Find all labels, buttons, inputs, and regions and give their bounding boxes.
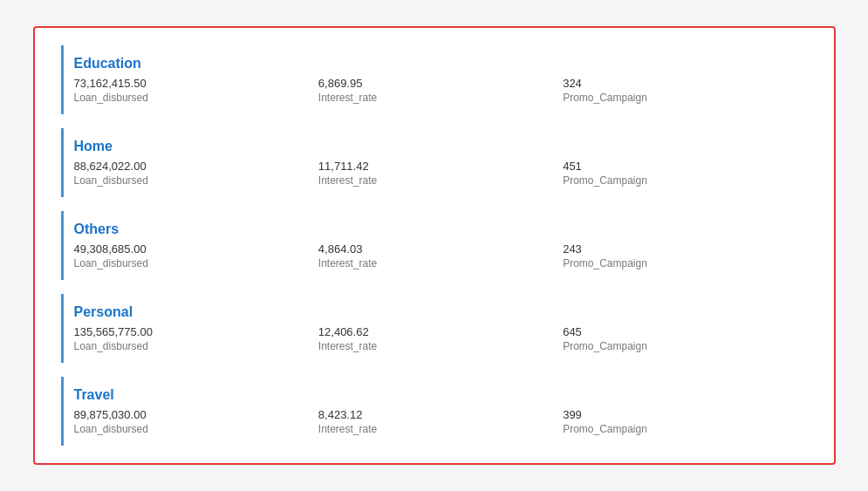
loan-disbursed-label: Loan_disbursed	[74, 257, 318, 269]
loan-summary-card: Education 73,162,415.50 Loan_disbursed 6…	[33, 26, 836, 465]
loan-disbursed-metric: 89,875,030.00 Loan_disbursed	[74, 408, 318, 435]
interest-rate-value: 6,869.95	[318, 77, 563, 90]
promo-campaign-label: Promo_Campaign	[563, 340, 807, 352]
loan-disbursed-value: 89,875,030.00	[74, 408, 318, 421]
loan-disbursed-value: 135,565,775.00	[74, 325, 318, 338]
promo-campaign-label: Promo_Campaign	[563, 174, 807, 187]
interest-rate-metric: 4,864.03 Interest_rate	[318, 242, 563, 269]
promo-campaign-value: 324	[563, 77, 807, 90]
interest-rate-label: Interest_rate	[318, 340, 563, 352]
loan-disbursed-value: 73,162,415.50	[74, 77, 318, 90]
interest-rate-metric: 8,423.12 Interest_rate	[318, 408, 563, 435]
loan-item: Travel 89,875,030.00 Loan_disbursed 8,42…	[61, 377, 808, 446]
loan-disbursed-label: Loan_disbursed	[74, 340, 318, 352]
promo-campaign-value: 243	[563, 242, 807, 256]
promo-campaign-label: Promo_Campaign	[563, 423, 807, 435]
promo-campaign-metric: 645 Promo_Campaign	[563, 325, 807, 352]
promo-campaign-label: Promo_Campaign	[563, 257, 807, 269]
interest-rate-label: Interest_rate	[318, 92, 563, 104]
interest-rate-value: 8,423.12	[318, 408, 563, 421]
interest-rate-metric: 6,869.95 Interest_rate	[318, 77, 563, 104]
loan-category-title: Home	[74, 139, 808, 154]
loan-item: Others 49,308,685.00 Loan_disbursed 4,86…	[61, 211, 808, 280]
loan-category-title: Others	[74, 222, 808, 237]
loan-disbursed-metric: 73,162,415.50 Loan_disbursed	[74, 77, 318, 104]
promo-campaign-metric: 324 Promo_Campaign	[563, 77, 807, 104]
promo-campaign-metric: 243 Promo_Campaign	[563, 242, 807, 269]
loan-disbursed-label: Loan_disbursed	[74, 423, 318, 435]
interest-rate-metric: 11,711.42 Interest_rate	[318, 160, 563, 187]
loan-disbursed-value: 88,624,022.00	[74, 160, 318, 173]
interest-rate-label: Interest_rate	[318, 174, 563, 187]
promo-campaign-value: 451	[563, 160, 807, 173]
interest-rate-metric: 12,406.62 Interest_rate	[318, 325, 563, 352]
promo-campaign-value: 399	[563, 408, 807, 421]
loan-disbursed-label: Loan_disbursed	[74, 174, 318, 187]
loan-category-title: Personal	[74, 304, 808, 320]
promo-campaign-label: Promo_Campaign	[563, 92, 807, 104]
loan-disbursed-label: Loan_disbursed	[74, 92, 318, 104]
loan-disbursed-metric: 49,308,685.00 Loan_disbursed	[74, 242, 318, 269]
loan-item: Home 88,624,022.00 Loan_disbursed 11,711…	[61, 128, 808, 197]
loan-disbursed-value: 49,308,685.00	[74, 242, 318, 256]
interest-rate-label: Interest_rate	[318, 257, 563, 269]
interest-rate-label: Interest_rate	[318, 423, 563, 435]
loan-category-title: Travel	[74, 387, 808, 403]
promo-campaign-metric: 399 Promo_Campaign	[563, 408, 807, 435]
loan-disbursed-metric: 88,624,022.00 Loan_disbursed	[74, 160, 318, 187]
loan-item: Personal 135,565,775.00 Loan_disbursed 1…	[61, 294, 808, 363]
loan-category-title: Education	[74, 56, 808, 72]
interest-rate-value: 11,711.42	[318, 160, 563, 173]
promo-campaign-value: 645	[563, 325, 807, 338]
interest-rate-value: 4,864.03	[318, 242, 563, 256]
loan-item: Education 73,162,415.50 Loan_disbursed 6…	[61, 45, 808, 114]
promo-campaign-metric: 451 Promo_Campaign	[563, 160, 807, 187]
interest-rate-value: 12,406.62	[318, 325, 563, 338]
loan-disbursed-metric: 135,565,775.00 Loan_disbursed	[74, 325, 318, 352]
